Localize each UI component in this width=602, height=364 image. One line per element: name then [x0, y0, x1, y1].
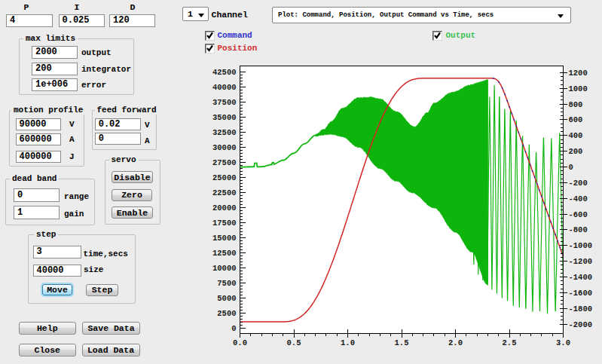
- svg-text:400: 400: [569, 131, 583, 140]
- svg-text:0.5: 0.5: [287, 338, 301, 347]
- svg-text:25000: 25000: [212, 173, 237, 182]
- svg-text:0: 0: [569, 163, 573, 172]
- svg-text:27500: 27500: [212, 158, 237, 167]
- svg-text:40000: 40000: [212, 83, 237, 92]
- svg-text:-600: -600: [569, 210, 588, 219]
- svg-text:35000: 35000: [212, 113, 237, 122]
- svg-text:30000: 30000: [212, 143, 237, 152]
- svg-text:5000: 5000: [217, 294, 236, 303]
- svg-text:20000: 20000: [212, 203, 237, 213]
- svg-text:2500: 2500: [217, 309, 236, 318]
- svg-text:15000: 15000: [212, 234, 237, 243]
- svg-text:32500: 32500: [212, 128, 237, 137]
- svg-text:12500: 12500: [212, 249, 237, 258]
- svg-text:-1000: -1000: [569, 241, 593, 250]
- svg-text:22500: 22500: [212, 188, 237, 197]
- svg-text:2.5: 2.5: [503, 338, 517, 347]
- svg-text:42500: 42500: [212, 68, 237, 77]
- svg-text:200: 200: [569, 147, 583, 156]
- svg-text:-800: -800: [569, 225, 588, 234]
- svg-text:-200: -200: [569, 179, 588, 188]
- svg-text:10000: 10000: [212, 264, 237, 273]
- svg-text:1.0: 1.0: [341, 338, 355, 347]
- svg-text:1200: 1200: [569, 69, 588, 78]
- svg-text:-400: -400: [569, 194, 588, 203]
- svg-text:1.5: 1.5: [395, 338, 409, 347]
- svg-text:-1800: -1800: [569, 304, 593, 314]
- svg-text:0: 0: [231, 324, 236, 333]
- svg-text:800: 800: [569, 100, 583, 109]
- svg-text:-2000: -2000: [569, 320, 593, 329]
- svg-text:3.0: 3.0: [556, 338, 570, 347]
- svg-text:600: 600: [569, 115, 583, 124]
- svg-text:-1600: -1600: [569, 289, 593, 298]
- svg-text:-1400: -1400: [569, 273, 593, 282]
- svg-text:1000: 1000: [569, 84, 588, 93]
- svg-text:37500: 37500: [212, 98, 237, 107]
- svg-text:2.0: 2.0: [448, 338, 463, 347]
- svg-text:17500: 17500: [212, 219, 237, 228]
- svg-text:7500: 7500: [217, 279, 236, 288]
- svg-text:-1200: -1200: [569, 257, 593, 266]
- svg-text:0.0: 0.0: [233, 338, 247, 347]
